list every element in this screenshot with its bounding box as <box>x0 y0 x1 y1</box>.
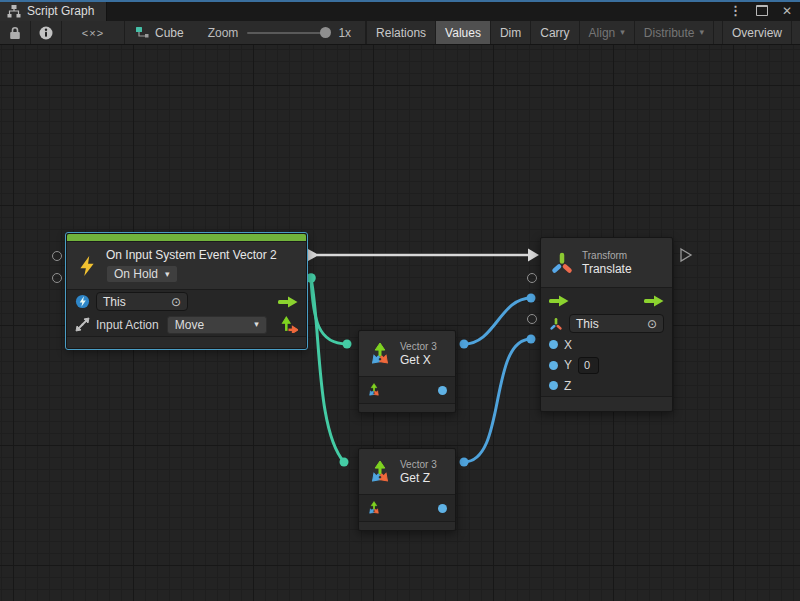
code-view-button[interactable]: <×> <box>62 21 125 44</box>
float-wire-x[interactable] <box>464 298 531 344</box>
y-label: Y <box>564 358 572 372</box>
y-value-field[interactable]: 0 <box>578 357 599 374</box>
input-action-dropdown[interactable]: Move ▾ <box>167 316 267 334</box>
object-picker-icon[interactable]: ⊙ <box>647 318 657 330</box>
hierarchy-icon <box>7 4 21 18</box>
getx-header: Vector 3 Get X <box>359 331 455 377</box>
dim-button[interactable]: Dim <box>490 21 530 44</box>
vector2-icon[interactable] <box>281 316 298 333</box>
event-action-port[interactable] <box>52 273 62 283</box>
translate-x-row: X <box>541 334 672 355</box>
graph-toolbar: <×> Cube Zoom 1x Relations Values Dim Ca… <box>0 21 800 45</box>
vector3-input-icon[interactable] <box>367 383 381 397</box>
window-controls: ⋮ ✕ <box>729 0 792 21</box>
getz-category: Vector 3 <box>400 458 437 471</box>
getz-port-row <box>359 495 455 521</box>
on-input-system-event-node[interactable]: On Input System Event Vector 2 On Hold ▾… <box>66 233 307 349</box>
zoom-slider[interactable] <box>247 32 329 34</box>
flow-wire[interactable] <box>308 249 539 262</box>
tab-label: Script Graph <box>27 4 94 18</box>
getx-title: Get X <box>400 353 437 368</box>
translate-y-row: Y 0 <box>541 355 672 375</box>
input-action-icon <box>75 317 90 332</box>
getz-title: Get Z <box>400 471 437 486</box>
get-x-node[interactable]: Vector 3 Get X <box>358 330 456 413</box>
vector2-wire-getz[interactable] <box>311 278 344 462</box>
getx-footer <box>359 403 455 412</box>
vector3-icon <box>368 342 392 366</box>
event-action-row: Input Action Move ▾ <box>67 313 306 336</box>
graph-icon <box>135 26 149 40</box>
dropdown-caret-icon: ▾ <box>699 28 704 37</box>
script-graph-window: Script Graph ⋮ ✕ <×> Cube Zoom 1x <box>0 0 800 601</box>
translate-this-field[interactable]: This ⊙ <box>569 314 664 333</box>
translate-flow-output-port[interactable] <box>681 249 691 261</box>
translate-z-cap[interactable] <box>527 335 536 344</box>
toolbar-buttons: Relations Values Dim Carry Align ▾ Distr… <box>366 21 800 44</box>
align-dropdown[interactable]: Align ▾ <box>579 21 634 44</box>
maximize-icon[interactable] <box>756 5 768 16</box>
window-menu-icon[interactable]: ⋮ <box>729 4 742 17</box>
overview-button[interactable]: Overview <box>722 21 791 44</box>
zoom-control: Zoom 1x <box>194 21 366 44</box>
translate-x-cap[interactable] <box>527 294 536 303</box>
getz-input-cap[interactable] <box>340 458 349 467</box>
vector2-wire-getx[interactable] <box>311 278 347 344</box>
vector3-icon <box>368 460 392 484</box>
lock-button[interactable] <box>0 21 31 44</box>
transform-icon <box>550 251 574 275</box>
graph-selector[interactable]: Cube <box>125 21 194 44</box>
flow-output-arrow-icon[interactable] <box>644 295 664 307</box>
translate-category: Transform <box>582 249 632 262</box>
translate-header: Transform Translate <box>541 238 672 288</box>
translate-flow-row <box>541 288 672 313</box>
zoom-value: 1x <box>338 26 351 40</box>
zoom-slider-handle[interactable] <box>320 27 331 38</box>
object-picker-icon[interactable]: ⊙ <box>171 296 181 308</box>
x-input-port[interactable] <box>549 340 558 349</box>
vector2-output-port[interactable] <box>306 273 316 283</box>
values-button[interactable]: Values <box>435 21 490 44</box>
getx-float-output-port[interactable] <box>438 386 447 395</box>
float-wire-z[interactable] <box>464 339 531 462</box>
flow-output-arrow-icon[interactable] <box>278 296 298 308</box>
z-input-port[interactable] <box>549 381 558 390</box>
event-node-title: On Input System Event Vector 2 <box>106 248 277 263</box>
event-this-port[interactable] <box>52 251 62 261</box>
y-input-port[interactable] <box>549 361 558 370</box>
relations-button[interactable]: Relations <box>366 21 435 44</box>
input-action-label: Input Action <box>96 318 159 332</box>
fullscreen-button[interactable]: Full Screen <box>791 21 800 44</box>
code-view-icon: <×> <box>82 27 104 39</box>
translate-z-row: Z <box>541 375 672 396</box>
toolbar-divider <box>713 21 722 44</box>
focus-indicator <box>0 0 800 2</box>
event-this-row: This ⊙ <box>67 290 306 313</box>
close-icon[interactable]: ✕ <box>782 5 792 17</box>
flow-input-arrow-icon[interactable] <box>549 295 569 307</box>
translate-node[interactable]: Transform Translate This ⊙ X <box>540 237 673 412</box>
getx-port-row <box>359 377 455 403</box>
getx-output-cap[interactable] <box>460 340 469 349</box>
transform-icon <box>549 317 563 331</box>
dropdown-caret-icon: ▾ <box>254 320 259 329</box>
getz-output-cap[interactable] <box>460 458 469 467</box>
dropdown-caret-icon: ▾ <box>620 28 625 37</box>
inspect-button[interactable] <box>31 21 62 44</box>
translate-y-port[interactable] <box>527 314 537 324</box>
tab-script-graph[interactable]: Script Graph <box>0 0 107 21</box>
event-node-header: On Input System Event Vector 2 On Hold ▾ <box>67 242 306 290</box>
translate-footer <box>541 396 672 411</box>
carry-button[interactable]: Carry <box>530 21 578 44</box>
getz-header: Vector 3 Get Z <box>359 449 455 495</box>
get-z-node[interactable]: Vector 3 Get Z <box>358 448 456 531</box>
on-hold-dropdown[interactable]: On Hold ▾ <box>106 265 178 283</box>
dropdown-caret-icon: ▾ <box>165 270 170 279</box>
vector3-input-icon[interactable] <box>367 501 381 515</box>
graph-canvas[interactable]: On Input System Event Vector 2 On Hold ▾… <box>0 45 800 601</box>
event-this-field[interactable]: This ⊙ <box>96 292 188 311</box>
getx-input-cap[interactable] <box>343 340 352 349</box>
distribute-dropdown[interactable]: Distribute ▾ <box>634 21 713 44</box>
translate-this-port[interactable] <box>527 273 537 283</box>
getz-float-output-port[interactable] <box>438 504 447 513</box>
